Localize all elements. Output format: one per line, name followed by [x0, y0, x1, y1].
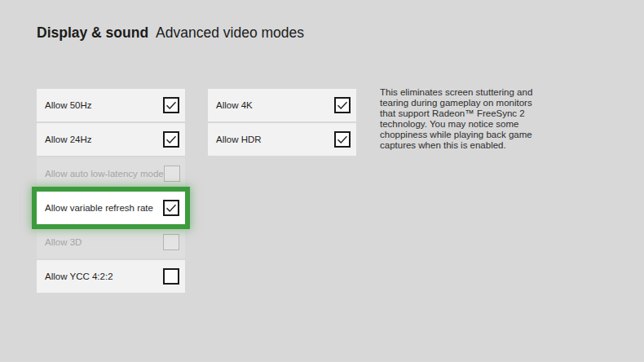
toggle-allow-hdr[interactable]: Allow HDR: [208, 123, 356, 156]
checkbox-checked-icon: [163, 200, 179, 216]
checkbox-checked-icon: [163, 131, 179, 148]
section-title: Display & sound: [37, 24, 148, 41]
toggle-label: Allow 50Hz: [45, 100, 92, 110]
toggle-allow-3d: Allow 3D: [37, 226, 185, 258]
video-modes-column-right: Allow 4K Allow HDR: [208, 89, 356, 157]
checkbox-unchecked-icon: [163, 234, 179, 250]
toggle-label: Allow auto low-latency mode: [45, 169, 164, 179]
toggle-label: Allow YCC 4:2:2: [45, 272, 113, 281]
checkbox-checked-icon: [334, 97, 351, 113]
toggle-label: Allow variable refresh rate: [45, 203, 153, 213]
toggle-allow-variable-refresh-rate[interactable]: Allow variable refresh rate: [37, 192, 185, 224]
advanced-video-modes-screen: Display & soundAdvanced video modes Allo…: [0, 0, 644, 362]
toggle-allow-24hz[interactable]: Allow 24Hz: [37, 123, 185, 156]
toggle-label: Allow HDR: [216, 135, 262, 144]
checkbox-unchecked-icon: [164, 166, 180, 182]
page-header: Display & soundAdvanced video modes: [37, 24, 304, 42]
toggle-allow-50hz[interactable]: Allow 50Hz: [37, 89, 185, 121]
toggle-label: Allow 4K: [216, 100, 253, 110]
toggle-allow-4k[interactable]: Allow 4K: [208, 89, 356, 121]
toggle-label: Allow 24Hz: [45, 135, 92, 144]
checkbox-unchecked-icon: [163, 268, 179, 285]
checkbox-checked-icon: [163, 97, 179, 113]
checkbox-checked-icon: [334, 131, 351, 148]
toggle-label: Allow 3D: [45, 237, 82, 247]
page-title: Advanced video modes: [156, 24, 304, 41]
toggle-allow-ycc-422[interactable]: Allow YCC 4:2:2: [37, 260, 185, 293]
video-modes-column-left: Allow 50Hz Allow 24Hz Allow auto low-lat…: [37, 89, 185, 294]
toggle-allow-auto-low-latency-mode: Allow auto low-latency mode: [37, 157, 185, 190]
setting-description: This eliminates screen stuttering and te…: [380, 87, 555, 152]
